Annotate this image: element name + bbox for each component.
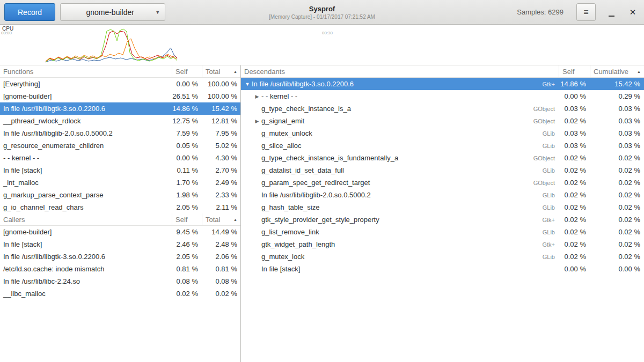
descendants-row[interactable]: g_hash_table_sizeGLib0.02 %0.02 % [241,201,644,213]
descendants-row[interactable]: g_mutex_unlockGLib0.03 %0.03 % [241,127,644,139]
library-badge: GLib [543,167,559,174]
library-badge: GLib [543,130,559,137]
descendants-row[interactable]: ▶g_signal_emitGObject0.02 %0.03 % [241,115,644,127]
cpu-timeline[interactable]: CPU 00:00 00:30 [0,25,644,65]
descendants-row[interactable]: g_list_remove_linkGLib0.02 %0.02 % [241,226,644,238]
cumulative-value: 0.02 % [590,166,644,174]
library-badge: GLib [543,143,559,149]
functions-row[interactable]: In file /usr/lib/libglib-2.0.so.0.5000.2… [0,127,240,139]
self-value: 26.51 % [172,92,202,100]
self-value: 2.46 % [172,240,202,248]
self-value: 0.11 % [172,166,202,174]
functions-row[interactable]: g_io_channel_read_chars2.05 %2.11 % [0,201,240,213]
column-header-cumulative-label: Cumulative [594,68,628,76]
column-header-total[interactable]: Total ▲ [202,213,240,225]
total-value: 2.49 % [202,179,240,187]
cumulative-value: 0.03 % [590,142,644,150]
functions-row[interactable]: In file /usr/lib/libgtk-3.so.0.2200.614.… [0,102,240,115]
window-title-area: Sysprof [Memory Capture] - 01/17/2017 07… [269,5,375,20]
descendants-row[interactable]: g_param_spec_get_redirect_targetGObject0… [241,176,644,189]
function-name: In file /usr/lib/libglib-2.0.so.0.5000.2 [261,191,371,199]
column-header-self[interactable]: Self [172,65,202,77]
function-name: g_markup_parse_context_parse [3,191,103,199]
callers-row[interactable]: /etc/ld.so.cache: inode mismatch0.81 %0.… [0,263,240,275]
self-value: 1.70 % [172,179,202,187]
descendants-row[interactable]: g_datalist_id_set_data_fullGLib0.02 %0.0… [241,164,644,176]
function-name: g_mutex_lock [261,253,304,261]
descendants-row[interactable]: g_type_check_instance_is_aGObject0.03 %0… [241,102,644,115]
functions-row[interactable]: - - kernel - -0.00 %4.30 % [0,152,240,164]
callers-row[interactable]: __libc_malloc0.02 %0.02 % [0,287,240,300]
minimize-button[interactable] [604,5,618,19]
function-name: __libc_malloc [3,290,46,298]
hamburger-icon: ≡ [583,8,588,17]
descendants-row[interactable]: gtk_widget_path_lengthGtk+0.02 %0.02 % [241,238,644,250]
functions-row[interactable]: _int_malloc1.70 %2.49 % [0,176,240,189]
function-name: [gnome-builder] [3,228,52,236]
callers-row[interactable]: [gnome-builder]9.45 %14.49 % [0,226,240,238]
library-badge: GLib [543,192,559,198]
column-header-total[interactable]: Total ▲ [202,65,240,77]
function-name: g_param_spec_get_redirect_target [261,179,370,187]
library-badge: Gtk+ [542,241,559,248]
self-value: 0.00 % [172,154,202,162]
cumulative-value: 0.02 % [590,240,644,248]
cumulative-value: 0.02 % [590,253,644,261]
functions-row[interactable]: In file [stack]0.11 %2.70 % [0,164,240,176]
functions-row[interactable]: [Everything]0.00 %100.00 % [0,78,240,90]
self-value: 0.02 % [559,166,590,174]
column-header-callers[interactable]: Callers [0,213,172,225]
self-value: 14.86 % [172,105,202,113]
record-button[interactable]: Record [4,3,55,21]
descendants-table: ▼In file /usr/lib/libgtk-3.so.0.2200.6Gt… [241,78,644,275]
self-value: 0.02 % [559,216,590,224]
function-name: - - kernel - - [261,92,297,100]
self-value: 0.02 % [559,154,590,162]
close-button[interactable]: ✕ [626,5,640,19]
descendants-row[interactable]: g_mutex_lockGLib0.02 %0.02 % [241,250,644,263]
descendants-row[interactable]: g_type_check_instance_is_fundamentally_a… [241,152,644,164]
headerbar: Record gnome-builder ▼ Sysprof [Memory C… [0,0,644,25]
column-header-cumulative[interactable]: Cumulative ▲ [590,65,644,77]
self-value: 0.03 % [559,105,590,113]
descendants-row[interactable]: ▼In file /usr/lib/libgtk-3.so.0.2200.6Gt… [241,78,644,90]
self-value: 2.05 % [172,253,202,261]
total-value: 5.02 % [202,142,240,150]
total-value: 0.02 % [202,290,240,298]
callers-row[interactable]: In file [stack]2.46 %2.48 % [0,238,240,250]
functions-row[interactable]: __pthread_rwlock_rdlock12.75 %12.81 % [0,115,240,127]
column-header-self[interactable]: Self [172,213,202,225]
descendants-row[interactable]: In file [stack]0.00 %0.00 % [241,263,644,275]
column-header-functions[interactable]: Functions [0,65,172,77]
function-name: g_signal_emit [261,117,304,125]
self-value: 0.00 % [559,265,590,273]
descendants-row[interactable]: gtk_style_provider_get_style_propertyGtk… [241,213,644,226]
column-header-self[interactable]: Self [559,65,590,77]
functions-header-row: Functions Self Total ▲ [0,65,240,78]
menu-button[interactable]: ≡ [576,3,596,21]
self-value: 0.03 % [559,142,590,150]
functions-table: [Everything]0.00 %100.00 %[gnome-builder… [0,78,240,213]
descendants-row[interactable]: g_slice_allocGLib0.03 %0.03 % [241,139,644,152]
functions-row[interactable]: g_resource_enumerate_children0.05 %5.02 … [0,139,240,152]
total-value: 2.70 % [202,166,240,174]
functions-row[interactable]: g_markup_parse_context_parse1.98 %2.33 % [0,189,240,201]
callers-row[interactable]: In file /usr/lib/libc-2.24.so0.08 %0.08 … [0,275,240,287]
expander-collapsed-icon[interactable]: ▶ [253,94,261,99]
close-icon: ✕ [630,8,636,17]
self-value: 0.02 % [172,290,202,298]
functions-row[interactable]: [gnome-builder]26.51 %100.00 % [0,90,240,102]
library-badge: GLib [543,254,559,260]
self-value: 7.59 % [172,129,202,137]
expander-expanded-icon[interactable]: ▼ [243,82,252,87]
expander-collapsed-icon[interactable]: ▶ [253,119,261,124]
callers-row[interactable]: In file /usr/lib/libgtk-3.so.0.2200.62.0… [0,250,240,263]
column-header-descendants[interactable]: Descendants [241,65,559,77]
function-name: In file /usr/lib/libgtk-3.so.0.2200.6 [3,253,105,261]
library-badge: GLib [543,204,559,211]
function-name: In file /usr/lib/libgtk-3.so.0.2200.6 [3,105,105,113]
function-name: In file [stack] [261,265,300,273]
descendants-row[interactable]: In file /usr/lib/libglib-2.0.so.0.5000.2… [241,189,644,201]
descendants-row[interactable]: ▶- - kernel - -0.00 %0.29 % [241,90,644,102]
process-selector-dropdown[interactable]: gnome-builder ▼ [60,3,165,21]
